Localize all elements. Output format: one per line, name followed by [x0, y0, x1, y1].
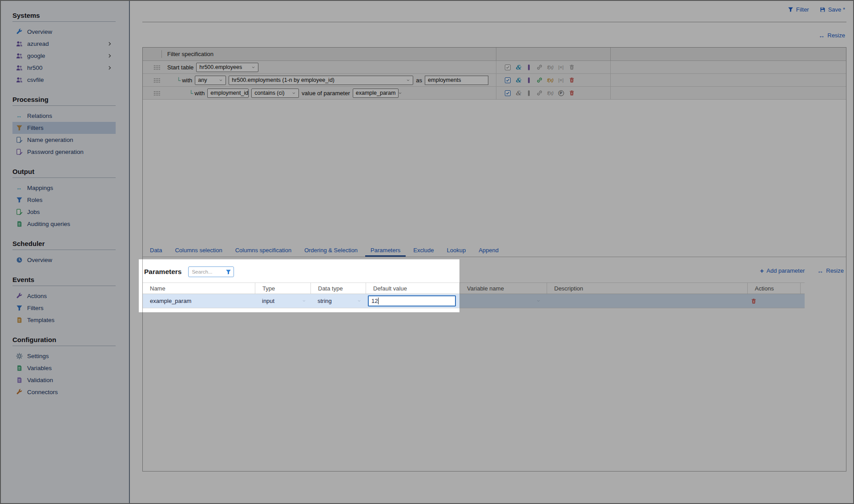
filter-spec-header: Filter specification [143, 48, 846, 61]
tab-data[interactable]: Data [145, 244, 167, 257]
sidebar-item-label: Mappings [27, 185, 53, 191]
row-enabled-checkbox[interactable] [504, 77, 511, 83]
sidebar-item-connectors[interactable]: Connectors [12, 386, 116, 398]
column-select[interactable]: employment_id [207, 89, 249, 98]
pipe-icon[interactable] [525, 90, 532, 96]
sidebar-item-label: Validation [27, 377, 53, 383]
sidebar-item-settings[interactable]: Settings [12, 350, 116, 362]
function-icon[interactable]: f(x) [547, 77, 554, 83]
file-icon [16, 377, 23, 383]
doc-pencil-icon [16, 209, 23, 215]
delete-row-icon[interactable] [568, 77, 575, 83]
default-value-input[interactable]: 12 [368, 295, 456, 306]
column-header-data-type: Data type [310, 283, 366, 294]
tab-columns-selection[interactable]: Columns selection [169, 244, 227, 257]
param-data-type-select[interactable]: string [310, 294, 366, 308]
function-icon[interactable]: f(x) [547, 90, 554, 96]
and-operator-icon[interactable]: & [515, 77, 522, 84]
sidebar-section-title: Systems [12, 12, 116, 22]
filter-row-start-table: Start table hr500.employees & f(x) |×| [143, 61, 846, 74]
sidebar-item-scheduler-overview[interactable]: Overview [12, 254, 116, 266]
sidebar-item-password-generation[interactable]: Password generation [12, 146, 116, 158]
chevron-right-icon [107, 41, 112, 46]
param-variable-name-select[interactable] [459, 294, 547, 308]
row-enabled-checkbox[interactable] [504, 65, 511, 70]
sidebar-item-variables[interactable]: Variables [12, 362, 116, 374]
sidebar-item-label: Roles [27, 197, 43, 203]
sidebar-section-title: Scheduler [12, 240, 116, 250]
delete-row-icon[interactable] [568, 90, 575, 96]
row-enabled-checkbox[interactable] [504, 90, 511, 96]
sidebar-item-event-filters[interactable]: Filters [12, 302, 116, 314]
tab-ordering-selection[interactable]: Ordering & Selection [299, 244, 363, 257]
sidebar-item-csvfile[interactable]: csvfile [12, 74, 116, 86]
search-input[interactable] [192, 269, 223, 274]
pipe-icon[interactable] [525, 65, 532, 70]
tab-append[interactable]: Append [473, 244, 504, 257]
param-type-select[interactable]: input [255, 294, 310, 308]
parameter-circle-icon[interactable]: P [557, 90, 564, 96]
param-description-cell[interactable] [547, 294, 747, 308]
column-header-default-value: Default value [366, 283, 459, 294]
add-parameter-button[interactable]: + Add parameter [760, 267, 805, 274]
parameters-search[interactable] [188, 266, 234, 277]
sidebar-item-jobs[interactable]: Jobs [12, 206, 116, 218]
sidebar-item-label: Connectors [27, 389, 58, 395]
delete-parameter-icon[interactable] [751, 298, 757, 304]
resize-button-top[interactable]: ↔ Resize [818, 32, 845, 39]
param-name-cell[interactable]: example_param [143, 294, 255, 308]
sidebar-item-templates[interactable]: Templates [12, 314, 116, 326]
sidebar-item-actions[interactable]: Actions [12, 290, 116, 302]
filter-button[interactable]: Filter [788, 6, 809, 13]
with-label: with [194, 90, 205, 97]
alias-input[interactable] [425, 76, 488, 85]
filter-spec-title: Filter specification [167, 51, 214, 57]
chevron-down-icon [357, 299, 361, 302]
chain-link-icon[interactable] [536, 90, 543, 96]
relation-select[interactable]: hr500.employments (1-n by employee_id) [229, 76, 413, 85]
operator-select[interactable]: contains (ci) [251, 89, 299, 98]
chain-link-icon[interactable] [536, 77, 543, 83]
and-operator-icon[interactable]: & [515, 64, 522, 71]
save-button-label: Save * [828, 6, 845, 13]
sidebar-item-mappings[interactable]: ↔ Mappings [12, 182, 116, 194]
tab-columns-specification[interactable]: Columns specification [230, 244, 297, 257]
drag-handle-icon[interactable] [153, 91, 160, 96]
sidebar-item-validation[interactable]: Validation [12, 374, 116, 386]
absolute-match-icon[interactable]: |×| [557, 65, 564, 70]
pipe-icon[interactable] [525, 77, 532, 83]
quantifier-select[interactable]: any [195, 76, 226, 85]
sidebar-item-label: Overview [27, 28, 52, 35]
resize-button-parameters[interactable]: ↔ Resize [817, 267, 844, 274]
gear-icon [16, 353, 23, 359]
sidebar-item-hr500[interactable]: hr500 [12, 62, 116, 74]
tab-lookup[interactable]: Lookup [442, 244, 471, 257]
sidebar-item-roles[interactable]: Roles [12, 194, 116, 206]
with-label: with [182, 77, 192, 84]
tab-parameters[interactable]: Parameters [365, 244, 406, 257]
tab-exclude[interactable]: Exclude [408, 244, 439, 257]
sidebar-item-google[interactable]: google [12, 50, 116, 62]
sidebar-item-auditing-queries[interactable]: Auditing queries [12, 218, 116, 230]
chevron-down-icon [302, 299, 306, 302]
and-operator-icon[interactable]: & [515, 89, 522, 97]
filter-row-condition: └ with employment_id contains (ci) value… [143, 87, 846, 100]
parameters-table-header: Name Type Data type Default value Variab… [143, 282, 805, 294]
function-icon[interactable]: f(x) [547, 65, 554, 70]
column-header-actions: Actions [747, 283, 800, 294]
parameters-title: Parameters [144, 268, 181, 276]
chain-link-icon[interactable] [536, 64, 543, 70]
sidebar-item-relations[interactable]: ↔ Relations [12, 110, 116, 122]
sidebar-item-name-generation[interactable]: Name generation [12, 134, 116, 146]
parameter-select[interactable]: example_param [353, 89, 399, 98]
sidebar-item-overview[interactable]: Overview [12, 26, 116, 38]
sidebar-item-filters[interactable]: Filters [12, 122, 116, 134]
drag-handle-icon[interactable] [153, 78, 160, 83]
delete-row-icon[interactable] [568, 64, 575, 70]
drag-handle-icon[interactable] [153, 65, 160, 70]
start-table-select[interactable]: hr500.employees [196, 63, 258, 72]
sidebar-item-azuread[interactable]: azuread [12, 38, 116, 50]
absolute-match-icon[interactable]: |×| [557, 77, 564, 83]
default-value-text: 12 [371, 298, 378, 304]
save-button[interactable]: Save * [820, 6, 845, 13]
